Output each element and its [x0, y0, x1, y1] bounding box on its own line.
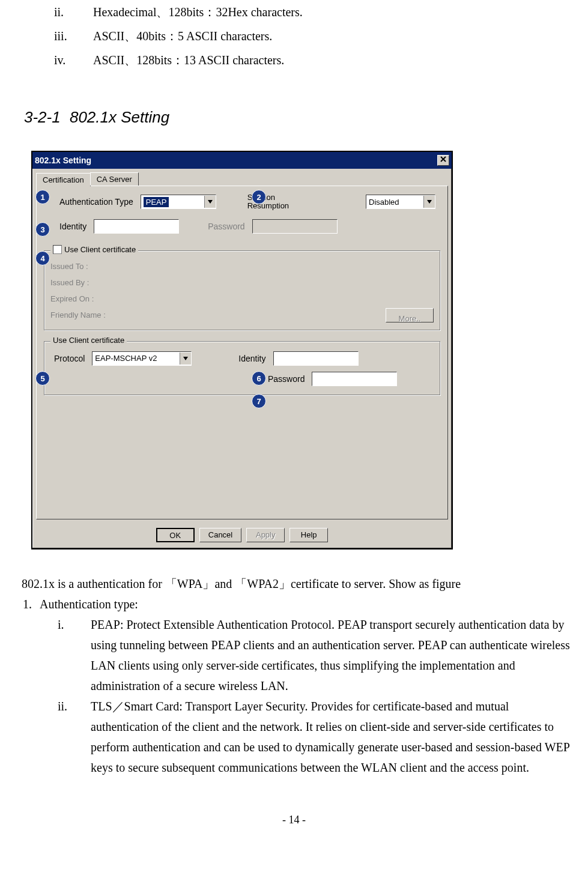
window-title: 802.1x Setting [35, 156, 91, 165]
list-item: iv. ASCII、128bits：13 ASCII characters. [54, 48, 576, 72]
dialog-screenshot: 802.1x Setting Certification CA Server 1… [31, 151, 576, 549]
list-num: i. [58, 614, 91, 696]
dialog-button-row: OK Cancel Apply Help [32, 523, 452, 548]
ok-button[interactable]: OK [156, 528, 195, 542]
password2-label: Password [264, 372, 308, 386]
svg-marker-2 [208, 200, 213, 204]
list-text: TLS／Smart Card: Transport Layer Security… [91, 696, 576, 778]
body-paragraph: 802.1x is a authentication for 「WPA」and … [22, 574, 576, 594]
sub-list: i. PEAP: Protect Extensible Authenticati… [58, 614, 576, 778]
list-num: iii. [54, 24, 93, 48]
protocol-label: Protocol [50, 352, 88, 365]
callout-5: 5 [35, 371, 50, 386]
identity-row: Identity Password [43, 219, 441, 234]
section-number: 3-2-1 [24, 108, 61, 126]
more-button: More.. [386, 308, 434, 322]
list-num: iv. [54, 48, 93, 72]
callout-6: 6 [252, 371, 266, 386]
top-numbered-list: ii. Hexadecimal、128bits：32Hex characters… [54, 0, 576, 72]
session-resumption-combobox[interactable]: Disabled [366, 195, 435, 209]
client-cert-legend: Use Client certificate [50, 245, 138, 254]
protocol-value: EAP-MSCHAP v2 [95, 354, 157, 363]
chevron-down-icon [180, 353, 191, 365]
friendly-name-label: Friendly Name : [50, 307, 106, 323]
use-client-cert-checkbox[interactable] [53, 245, 62, 254]
list-item: ii. Hexadecimal、128bits：32Hex characters… [54, 0, 576, 24]
callout-4: 4 [35, 251, 50, 265]
tab-strip: Certification CA Server [36, 172, 452, 186]
callout-3: 3 [35, 222, 50, 237]
titlebar: 802.1x Setting [32, 152, 452, 169]
issued-by-label: Issued By : [50, 274, 434, 291]
numbered-list: 1. Authentication type: [23, 594, 576, 614]
client-cert-groupbox: Use Client certificate Issued To : Issue… [44, 250, 440, 330]
cancel-button[interactable]: Cancel [199, 528, 241, 542]
tab-ca-server[interactable]: CA Server [90, 172, 139, 186]
issued-to-label: Issued To : [50, 258, 434, 274]
password-label: Password [204, 220, 248, 233]
callout-7: 7 [252, 394, 266, 408]
identity-input[interactable] [94, 219, 179, 234]
list-item: i. PEAP: Protect Extensible Authenticati… [58, 614, 576, 696]
expired-on-label: Expired On : [50, 291, 434, 307]
cert-details: Issued To : Issued By : Expired On : Fri… [50, 258, 434, 324]
chevron-down-icon [423, 196, 435, 208]
protocol-row: Protocol EAP-MSCHAP v2 Identity [50, 351, 434, 366]
list-text: ASCII、40bits：5 ASCII characters. [93, 24, 272, 48]
auth-row: Authentication Type PEAP Session Resumpt… [43, 193, 441, 211]
callout-2: 2 [252, 190, 266, 204]
auth-type-value: PEAP [144, 197, 169, 207]
list-text: Hexadecimal、128bits：32Hex characters. [93, 0, 303, 24]
use-client-cert-label: Use Client certificate [64, 245, 136, 254]
password-input [252, 219, 338, 234]
tab-panel-certification: 1 2 3 4 5 6 7 Authentication Type PEAP S… [36, 186, 448, 519]
page-number: - 14 - [12, 814, 576, 826]
identity2-input[interactable] [273, 351, 359, 366]
close-button[interactable] [437, 155, 449, 166]
list-text: ASCII、128bits：13 ASCII characters. [93, 48, 284, 72]
auth-type-label: Authentication Type [56, 195, 137, 208]
protocol-groupbox: Use Client certificate Protocol EAP-MSCH… [44, 341, 440, 395]
list-item: 1. Authentication type: [23, 594, 576, 614]
auth-type-combobox[interactable]: PEAP [141, 195, 216, 209]
svg-marker-3 [427, 200, 432, 204]
password2-row: Password [50, 372, 434, 386]
svg-marker-4 [183, 357, 188, 360]
chevron-down-icon [204, 196, 216, 208]
list-num: ii. [54, 0, 93, 24]
help-button[interactable]: Help [289, 528, 328, 542]
list-text: PEAP: Protect Extensible Authentication … [91, 614, 576, 696]
list-text: Authentication type: [40, 594, 138, 614]
list-num: 1. [23, 594, 40, 614]
session-resumption-value: Disabled [369, 198, 399, 207]
callout-1: 1 [35, 190, 50, 204]
apply-button: Apply [246, 528, 285, 542]
section-heading: 3-2-1 802.1x Setting [24, 108, 576, 127]
section-title-text: 802.1x Setting [70, 108, 169, 126]
list-item: iii. ASCII、40bits：5 ASCII characters. [54, 24, 576, 48]
list-item: ii. TLS／Smart Card: Transport Layer Secu… [58, 696, 576, 778]
dialog-802-1x-setting: 802.1x Setting Certification CA Server 1… [31, 151, 453, 549]
identity2-label: Identity [235, 352, 269, 365]
password2-input[interactable] [312, 372, 397, 386]
protocol-combobox[interactable]: EAP-MSCHAP v2 [92, 351, 192, 366]
protocol-legend: Use Client certificate [50, 336, 127, 345]
tab-certification[interactable]: Certification [36, 173, 91, 186]
list-num: ii. [58, 696, 91, 778]
identity-label: Identity [56, 220, 90, 233]
